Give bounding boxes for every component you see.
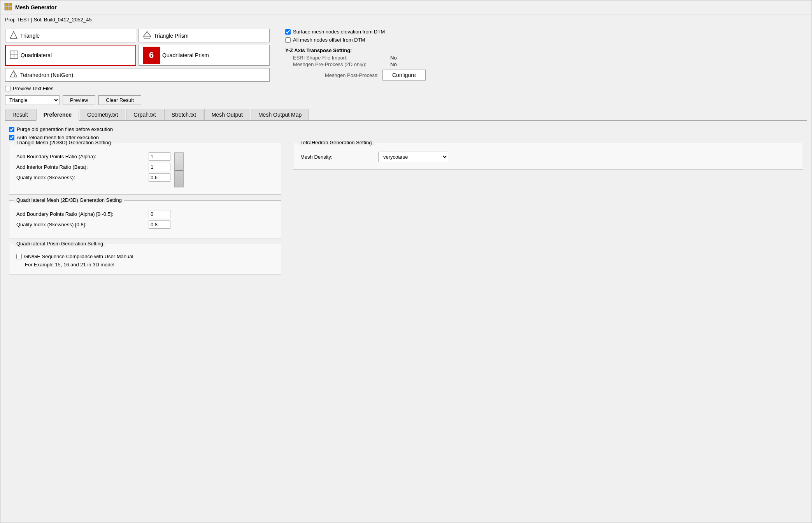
- tri-alpha-input[interactable]: 1: [149, 152, 170, 161]
- quad-quality-input[interactable]: 0.8: [149, 220, 170, 229]
- purge-checkbox[interactable]: [9, 127, 14, 132]
- tab-mesh-output-map[interactable]: Mesh Output Map: [251, 109, 309, 120]
- quad-icon: [10, 51, 18, 60]
- tetra-box: TetraHedron Generation Setting Mesh Dens…: [293, 143, 803, 170]
- quad-mesh-box: Quadrilateral Mesh (2D/3D) Generation Se…: [9, 200, 281, 238]
- proj-text: Proj: TEST | Sol: Build_0412_2052_45: [5, 17, 92, 23]
- surface-mesh-label: Surface mesh nodes elevation from DTM: [293, 29, 385, 35]
- post-process-row: Meshgen Post-Process: Configure: [293, 70, 807, 80]
- yz-title: Y-Z Axis Transpose Setting:: [285, 47, 807, 53]
- svg-rect-2: [5, 7, 8, 10]
- purge-row: Purge old generation files before execut…: [9, 126, 803, 132]
- auto-reload-checkbox[interactable]: [9, 135, 14, 140]
- triangle-mesh-title: Triangle Mesh (2D/3D) Generation Setting: [14, 140, 113, 145]
- surface-mesh-option: Surface mesh nodes elevation from DTM: [285, 29, 807, 35]
- left-settings: Triangle Mesh (2D/3D) Generation Setting…: [9, 143, 281, 280]
- esri-label: ESRI Shape File Import:: [293, 55, 386, 61]
- svg-line-7: [150, 36, 151, 38]
- triangle-label: Triangle: [20, 33, 40, 39]
- title-text: Mesh Generator: [15, 4, 57, 10]
- quad-prism-box: Quadrilateral Prism Generation Setting G…: [9, 244, 281, 275]
- tri-beta-label: Add Interior Points Ratio (Beta):: [16, 164, 149, 170]
- left-panel: Triangle Triangle Prism: [5, 29, 270, 105]
- mesh-type-dropdown[interactable]: Triangle Quadrilateral Tetrahedron: [5, 95, 60, 105]
- quad-prism-check-label: GN/GE Sequence Compliance with User Manu…: [24, 254, 133, 259]
- triangle-prism-button[interactable]: Triangle Prism: [139, 29, 270, 42]
- triangle-button[interactable]: Triangle: [5, 29, 136, 42]
- tetra-title: TetraHedron Generation Setting: [298, 140, 374, 145]
- svg-rect-1: [9, 3, 12, 6]
- tetra-density-select[interactable]: verycoarse coarse medium fine veryfine: [378, 152, 448, 162]
- preview-text-files-row: Preview Text Files: [5, 86, 270, 91]
- yz-section: Y-Z Axis Transpose Setting: ESRI Shape F…: [285, 47, 807, 80]
- tetra-density-row: Mesh Density: verycoarse coarse medium f…: [300, 152, 796, 162]
- tri-quality-row: Quality Index (Skewness): 0.6: [16, 173, 170, 182]
- triangle-prism-label: Triangle Prism: [154, 33, 189, 39]
- quad-alpha-input[interactable]: 0: [149, 210, 170, 218]
- tetrahedron-label: Tetrahedron (NetGen): [20, 72, 73, 78]
- tri-alpha-label: Add Boundary Points Ratio (Alpha):: [16, 154, 149, 159]
- quad-prism-check-row: GN/GE Sequence Compliance with User Manu…: [16, 254, 274, 259]
- tab-geometry[interactable]: Geometry.txt: [80, 109, 125, 120]
- right-settings: TetraHedron Generation Setting Mesh Dens…: [293, 143, 803, 280]
- purge-label: Purge old generation files before execut…: [17, 126, 113, 132]
- tab-result[interactable]: Result: [5, 109, 35, 120]
- esri-row: ESRI Shape File Import: No: [293, 55, 807, 61]
- right-panel: Surface mesh nodes elevation from DTM Al…: [277, 29, 807, 105]
- title-bar: Mesh Generator: [0, 0, 812, 14]
- tab-stretch[interactable]: Stretch.txt: [164, 109, 203, 120]
- tri-beta-row: Add Interior Points Ratio (Beta): 1: [16, 163, 170, 171]
- tab-content-preference: Purge old generation files before execut…: [5, 121, 807, 286]
- quad-prism-title: Quadrilateral Prism Generation Setting: [14, 241, 105, 247]
- all-mesh-option: All mesh nodes offset from DTM: [285, 37, 807, 43]
- auto-reload-row: Auto reload mesh file after execution: [9, 135, 803, 140]
- svg-line-6: [144, 36, 144, 38]
- triangle-mesh-box: Triangle Mesh (2D/3D) Generation Setting…: [9, 143, 281, 195]
- meshgen-post-label: Meshgen Post-Process:: [293, 72, 379, 78]
- preview-text-files-label: Preview Text Files: [13, 86, 54, 91]
- all-mesh-checkbox[interactable]: [285, 37, 291, 43]
- preview-button[interactable]: Preview: [63, 95, 95, 105]
- clear-result-button[interactable]: Clear Result: [98, 95, 141, 105]
- tri-beta-input[interactable]: 1: [149, 163, 170, 171]
- surface-mesh-checkbox[interactable]: [285, 29, 291, 35]
- all-mesh-label: All mesh nodes offset from DTM: [293, 37, 365, 43]
- proj-bar: Proj: TEST | Sol: Build_0412_2052_45: [0, 14, 812, 25]
- esri-value: No: [390, 55, 397, 61]
- quad-quality-label: Quality Index (Skewness) [0.8]:: [16, 222, 149, 227]
- meshgen-pre-label: Meshgen Pre-Process (2D only):: [293, 61, 386, 67]
- two-col-section: Triangle Mesh (2D/3D) Generation Setting…: [9, 143, 803, 280]
- quad-alpha-label: Add Boundary Points Ratio (Alpha) [0~0.5…: [16, 211, 149, 217]
- preview-text-files-checkbox[interactable]: [5, 86, 11, 91]
- meshgen-pre-value: No: [390, 61, 397, 67]
- tab-mesh-output[interactable]: Mesh Output: [204, 109, 250, 120]
- mesh-type-grid: Triangle Triangle Prism: [5, 29, 270, 66]
- quad-prism-checkbox[interactable]: [16, 254, 22, 259]
- quadrilateral-label: Quadrilateral: [21, 52, 52, 58]
- quad-alpha-row: Add Boundary Points Ratio (Alpha) [0~0.5…: [16, 210, 274, 218]
- main-window: Mesh Generator Proj: TEST | Sol: Build_0…: [0, 0, 812, 523]
- quad-quality-row: Quality Index (Skewness) [0.8]: 0.8: [16, 220, 274, 229]
- tab-preference[interactable]: Preference: [36, 109, 79, 121]
- tabs-bar: Result Preference Geometry.txt Grpah.txt…: [5, 109, 807, 121]
- svg-rect-0: [5, 3, 8, 6]
- badge-6: 6: [143, 47, 160, 64]
- quad-prism-subtext: For Example 15, 16 and 21 in 3D model: [25, 262, 274, 268]
- svg-marker-4: [10, 31, 17, 38]
- preview-row: Triangle Quadrilateral Tetrahedron Previ…: [5, 95, 270, 105]
- quad-prism-label: Quadrilateral Prism: [162, 52, 209, 58]
- svg-rect-3: [9, 7, 12, 10]
- prism-icon: [143, 31, 151, 40]
- tetrahedron-button[interactable]: Tetrahedron (NetGen): [5, 68, 270, 82]
- meshgen-pre-row: Meshgen Pre-Process (2D only): No: [293, 61, 807, 67]
- quadrilateral-button[interactable]: Quadrilateral: [5, 45, 136, 66]
- tri-quality-input[interactable]: 0.6: [149, 173, 170, 182]
- triangle-icon: [9, 31, 18, 40]
- quad-mesh-title: Quadrilateral Mesh (2D/3D) Generation Se…: [14, 197, 124, 203]
- quad-prism-button[interactable]: 6 Quadrilateral Prism: [139, 45, 270, 66]
- tri-alpha-row: Add Boundary Points Ratio (Alpha): 1: [16, 152, 170, 161]
- configure-button[interactable]: Configure: [382, 70, 426, 80]
- tab-grpah[interactable]: Grpah.txt: [126, 109, 163, 120]
- tri-quality-label: Quality Index (Skewness):: [16, 175, 149, 180]
- svg-marker-5: [144, 31, 151, 36]
